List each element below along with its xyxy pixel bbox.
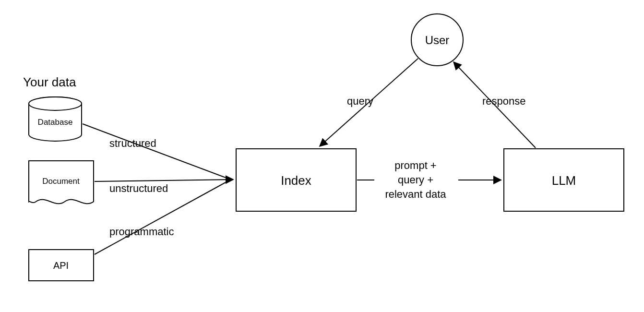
edge-prompt-label-3: relevant data: [385, 188, 446, 200]
edge-query-label: query: [347, 95, 373, 107]
database-label: Database: [38, 118, 73, 127]
index-node: Index: [236, 149, 356, 211]
database-node: Database: [29, 97, 82, 141]
svg-point-1: [29, 97, 82, 110]
data-source-edges: structured unstructured programmatic: [83, 124, 233, 254]
api-node: API: [29, 250, 94, 281]
edge-response-label: response: [482, 95, 526, 107]
edge-query: query: [320, 59, 418, 146]
diagram-canvas: Your data Database Document API Index LL…: [0, 0, 644, 312]
edge-prompt-label-2: query +: [398, 174, 433, 186]
svg-line-6: [83, 124, 226, 178]
svg-line-7: [95, 180, 233, 181]
llm-label: LLM: [552, 173, 576, 188]
edge-structured-label: structured: [109, 137, 156, 149]
edge-response: response: [454, 62, 536, 148]
edge-unstructured-label: unstructured: [109, 182, 168, 194]
index-label: Index: [281, 173, 311, 188]
section-title: Your data: [23, 75, 76, 89]
document-label: Document: [42, 177, 80, 186]
user-label: User: [425, 34, 450, 47]
user-node: User: [411, 14, 463, 66]
llm-node: LLM: [504, 149, 624, 211]
api-label: API: [53, 260, 69, 271]
edge-prompt-label-1: prompt +: [394, 159, 436, 171]
edge-programmatic-label: programmatic: [109, 226, 174, 238]
document-node: Document: [29, 161, 94, 204]
edge-prompt: prompt + query + relevant data: [357, 159, 501, 200]
